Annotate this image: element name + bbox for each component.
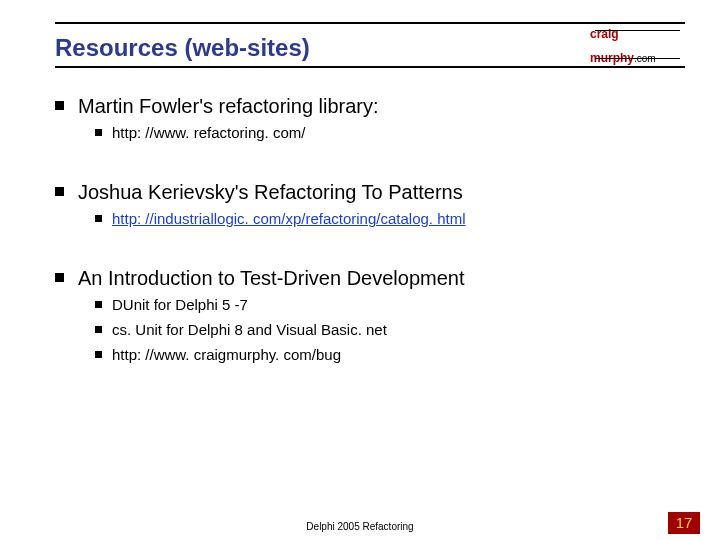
list-item-label: DUnit for Delphi 5 -7 <box>112 296 248 313</box>
list-item: http: //www. craigmurphy. com/bug <box>95 346 685 363</box>
list-item: Joshua Kerievsky's Refactoring To Patter… <box>55 181 685 204</box>
header-rule-bottom <box>55 66 685 68</box>
bullet-square-icon <box>95 215 102 222</box>
list-item: An Introduction to Test-Driven Developme… <box>55 267 685 290</box>
list-item: DUnit for Delphi 5 -7 <box>95 296 685 313</box>
list-item: cs. Unit for Delphi 8 and Visual Basic. … <box>95 321 685 338</box>
list-item-label: http: //www. craigmurphy. com/bug <box>112 346 341 363</box>
slide-footer: Delphi 2005 Refactoring <box>0 521 720 532</box>
page-number: 17 <box>668 512 700 534</box>
bullet-square-icon <box>95 326 102 333</box>
bullet-square-icon <box>95 129 102 136</box>
bullet-square-icon <box>55 101 64 110</box>
list-item: Martin Fowler's refactoring library: <box>55 95 685 118</box>
list-item-label: http: //www. refactoring. com/ <box>112 124 305 141</box>
slide-content: Martin Fowler's refactoring library: htt… <box>55 95 685 369</box>
bullet-square-icon <box>95 301 102 308</box>
list-item-label: An Introduction to Test-Driven Developme… <box>78 267 465 290</box>
footer-text: Delphi 2005 Refactoring <box>0 521 720 532</box>
bullet-square-icon <box>95 351 102 358</box>
list-item-label: cs. Unit for Delphi 8 and Visual Basic. … <box>112 321 387 338</box>
logo-rule-bottom <box>595 58 680 59</box>
list-item: http: //industriallogic. com/xp/refactor… <box>95 210 685 227</box>
slide-title: Resources (web-sites) <box>55 34 310 62</box>
bullet-square-icon <box>55 187 64 196</box>
list-item-label: Joshua Kerievsky's Refactoring To Patter… <box>78 181 463 204</box>
header-rule-top <box>55 22 685 24</box>
bullet-square-icon <box>55 273 64 282</box>
hyperlink[interactable]: http: //industriallogic. com/xp/refactor… <box>112 210 466 227</box>
list-item-label: Martin Fowler's refactoring library: <box>78 95 379 118</box>
list-item: http: //www. refactoring. com/ <box>95 124 685 141</box>
